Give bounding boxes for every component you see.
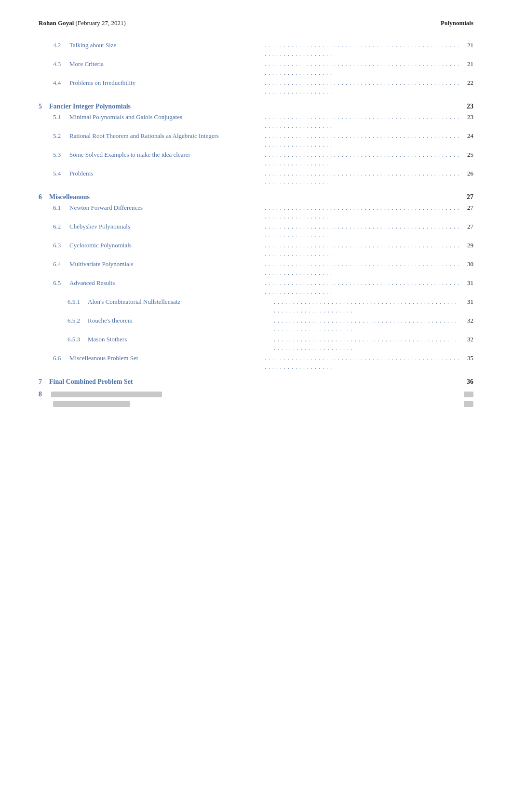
- toc-entry-6-1[interactable]: 6.1 Newton Forward Differences 27: [39, 203, 473, 221]
- toc-entry-6-3[interactable]: 6.3 Cyclotomic Polynomials 29: [39, 241, 473, 258]
- subsection-title-redacted: [53, 401, 130, 407]
- section-7: 7 Final Combined Problem Set 36: [39, 378, 473, 386]
- section-5: 5 Fancier Integer Polynomials 23 5.1 Min…: [39, 103, 473, 187]
- section-8-title-redacted: [51, 392, 162, 397]
- toc-entry-6-4[interactable]: 6.4 Multivariate Polynomials 30: [39, 259, 473, 277]
- section-unknown-redacted: [39, 401, 473, 407]
- section-8-redacted: 8: [39, 391, 473, 398]
- table-of-contents: 4.2 Talking about Size 21 4.3 More Crite…: [39, 41, 473, 407]
- toc-entry-4-4[interactable]: 4.4 Problems on Irreducibility 22: [39, 78, 473, 96]
- section-4-subsections: 4.2 Talking about Size 21 4.3 More Crite…: [39, 41, 473, 96]
- toc-entry-4-3[interactable]: 4.3 More Criteria 21: [39, 59, 473, 77]
- toc-section-7-heading[interactable]: 7 Final Combined Problem Set 36: [39, 378, 473, 386]
- toc-entry-6-5[interactable]: 6.5 Advanced Results 31: [39, 278, 473, 296]
- toc-entry-5-2[interactable]: 5.2 Rational Root Theorem and Rationals …: [39, 131, 473, 149]
- header-author: Rohan Goyal (February 27, 2021): [39, 19, 126, 27]
- toc-section-5-heading[interactable]: 5 Fancier Integer Polynomials 23: [39, 103, 473, 110]
- header-subject: Polynomials: [441, 19, 473, 27]
- toc-entry-4-2[interactable]: 4.2 Talking about Size 21: [39, 41, 473, 58]
- toc-entry-5-4[interactable]: 5.4 Problems 26: [39, 169, 473, 187]
- toc-entry-6-2[interactable]: 6.2 Chebyshev Polynomials 27: [39, 222, 473, 240]
- section-6: 6 Miscelleanous 27 6.1 Newton Forward Di…: [39, 193, 473, 371]
- toc-entry-5-3[interactable]: 5.3 Some Solved Examples to make the ide…: [39, 150, 473, 168]
- toc-entry-6-5-3[interactable]: 6.5.3 Mason Stothers 32: [39, 335, 473, 352]
- toc-section-6-heading[interactable]: 6 Miscelleanous 27: [39, 193, 473, 201]
- section-8-page-redacted: [464, 392, 473, 397]
- toc-entry-6-6[interactable]: 6.6 Miscelleanous Problem Set 35: [39, 353, 473, 371]
- toc-entry-5-1[interactable]: 5.1 Minimal Polynomials and Galois Conju…: [39, 112, 473, 130]
- toc-entry-6-5-1[interactable]: 6.5.1 Alon's Combinatorial Nullstellensa…: [39, 297, 473, 315]
- section-8-num: 8: [39, 391, 49, 398]
- subsection-page-redacted: [464, 401, 473, 407]
- page-header: Rohan Goyal (February 27, 2021) Polynomi…: [39, 19, 473, 27]
- toc-entry-6-5-2[interactable]: 6.5.2 Rouche's theorem 32: [39, 316, 473, 334]
